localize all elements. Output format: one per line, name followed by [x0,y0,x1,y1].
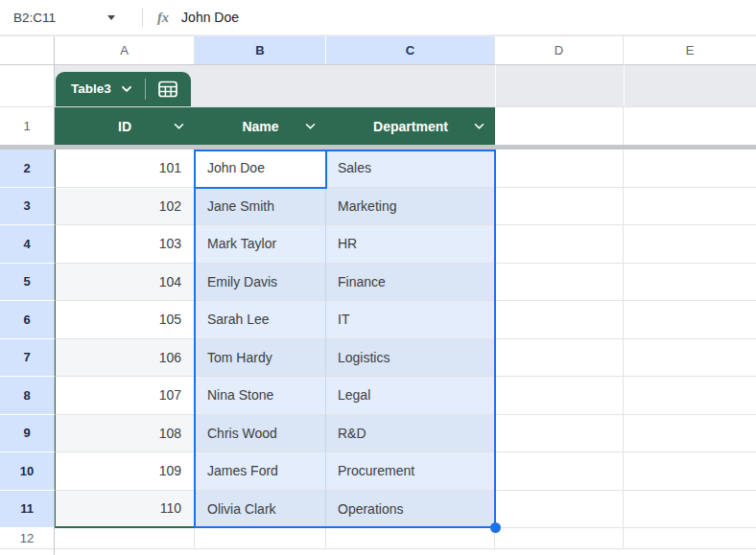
cell-empty[interactable] [624,188,756,226]
row-header[interactable]: 12 [0,528,55,549]
above-table-band: Table3 [0,65,756,107]
cell-id[interactable]: 101 [55,150,195,188]
chevron-down-icon[interactable] [174,123,184,129]
cell-department[interactable]: Procurement [326,452,495,491]
row-header[interactable]: 2 [0,150,55,188]
cell-empty[interactable] [624,452,756,491]
cell-department[interactable]: Operations [326,491,495,529]
row-header[interactable]: 7 [0,339,55,378]
cell-empty[interactable] [624,377,756,415]
row-header[interactable]: 10 [0,452,55,491]
row-header-empty [0,65,55,106]
cell-name[interactable]: Tom Hardy [195,339,326,378]
cell-name[interactable]: Jane Smith [195,188,326,226]
column-header-c[interactable]: C [326,36,495,64]
cell-empty[interactable] [495,264,624,302]
cell-empty[interactable] [495,188,624,226]
cell-name[interactable]: Chris Wood [195,415,326,453]
cell-department[interactable]: Finance [326,264,495,302]
fill-handle[interactable] [490,522,501,533]
table-grid-icon[interactable] [146,81,191,98]
cell-empty[interactable] [624,225,756,264]
table-row: 9 108 Chris Wood R&D [0,415,756,453]
cell-name[interactable]: Nina Stone [195,377,326,415]
cell-department[interactable]: IT [326,301,495,339]
cell-id[interactable]: 105 [55,301,195,339]
cell-empty[interactable] [624,301,756,339]
cell-empty[interactable] [624,264,756,302]
cell-department[interactable]: HR [326,225,495,264]
cell-name[interactable]: Mark Taylor [195,225,326,264]
cell-id[interactable]: 104 [55,264,195,302]
cell-empty[interactable] [195,528,326,549]
cell-name[interactable]: James Ford [195,452,326,491]
row-header[interactable]: 5 [0,264,55,302]
table-name-chip[interactable]: Table3 [56,72,191,106]
cell-id[interactable]: 107 [55,377,195,415]
name-box-dropdown-icon[interactable] [107,15,115,20]
cell-department[interactable]: Legal [326,377,495,415]
select-all-corner[interactable] [0,36,55,64]
cell-empty[interactable] [495,301,624,339]
row-header[interactable]: 8 [0,377,55,415]
cell-name[interactable]: Emily Davis [195,264,326,302]
cell-id[interactable]: 102 [55,188,195,226]
cell-department[interactable]: Logistics [326,339,495,378]
cell-department[interactable]: Marketing [326,188,495,226]
cell-e1[interactable] [624,107,756,145]
cell-empty[interactable] [495,225,624,264]
table-column-header-department[interactable]: Department [326,107,495,145]
cell-empty[interactable] [55,528,195,549]
row-header [0,549,55,555]
cell-id[interactable]: 103 [55,225,195,264]
chevron-down-icon[interactable] [305,123,316,129]
cell-id[interactable]: 106 [55,339,195,378]
row-header[interactable]: 4 [0,225,55,264]
cell-empty[interactable] [495,377,624,415]
table-row: 8 107 Nina Stone Legal [0,377,756,415]
name-box-value: B2:C11 [13,11,56,25]
row-header[interactable]: 9 [0,415,55,453]
column-header-b[interactable]: B [195,36,326,64]
gridline [495,65,496,106]
cell-id[interactable]: 108 [55,415,195,453]
cell-department[interactable]: Sales [326,150,495,188]
row-header[interactable]: 11 [0,491,55,529]
table-body: 2 101 John Doe Sales 3 102 Jane Smith Ma… [0,150,756,528]
table-column-header-name[interactable]: Name [195,107,326,145]
cell-department[interactable]: R&D [326,415,495,453]
table-column-header-id[interactable]: ID [55,107,195,145]
row-header[interactable]: 6 [0,301,55,339]
row-header-1[interactable]: 1 [0,107,55,145]
cell-id[interactable]: 110 [55,491,195,529]
cell-name[interactable]: Olivia Clark [195,491,326,529]
cell-empty[interactable] [624,339,756,378]
formula-input[interactable]: John Doe [181,10,239,25]
cell-empty[interactable] [624,528,756,549]
column-header-d[interactable]: D [495,36,624,64]
cell-empty[interactable] [495,491,624,529]
cell-empty[interactable] [624,491,756,529]
table-column-label: ID [118,119,131,134]
table-name-menu[interactable]: Table3 [56,81,145,96]
cell-empty[interactable] [495,415,624,453]
cell-empty[interactable] [624,415,756,453]
cell-name[interactable]: John Doe [195,150,326,188]
cell-empty[interactable] [495,339,624,378]
table-row: 4 103 Mark Taylor HR [0,225,756,264]
row-header[interactable]: 3 [0,188,55,226]
chevron-down-icon[interactable] [474,123,484,129]
cell-empty[interactable] [495,452,624,491]
cell-empty[interactable] [624,150,756,188]
column-header-a[interactable]: A [55,36,195,64]
column-header-e[interactable]: E [624,36,756,64]
cell-id[interactable]: 109 [55,452,195,491]
cell-d1[interactable] [495,107,624,145]
name-box[interactable]: B2:C11 [13,11,121,25]
cell-empty[interactable] [326,528,495,549]
cell-empty[interactable] [495,150,624,188]
above-grid-area: Table3 [55,65,756,106]
table-row: 5 104 Emily Davis Finance [0,264,756,302]
cell-empty[interactable] [495,528,624,549]
cell-name[interactable]: Sarah Lee [195,301,326,339]
